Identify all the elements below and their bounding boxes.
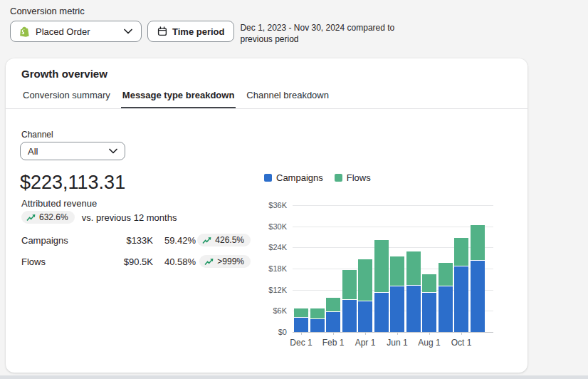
conversion-metric-dropdown[interactable]: Placed Order: [10, 21, 142, 42]
chevron-down-icon: [124, 28, 132, 34]
comparison-text: vs. previous 12 months: [82, 212, 177, 223]
bar-flows-Nov 1: [471, 225, 485, 260]
breakdown-row-campaigns: Campaigns $133K 59.42% 426.5%: [21, 232, 251, 248]
row-label: Flows: [21, 256, 46, 267]
y-axis-label: $30K: [268, 222, 287, 231]
calendar-icon: [157, 26, 167, 36]
row-change-badge: 426.5%: [197, 234, 251, 246]
bar-campaigns-May 1: [374, 293, 389, 332]
x-axis-label: Dec 1: [283, 338, 319, 348]
row-share: 40.58%: [158, 256, 196, 267]
conversion-metric-value: Placed Order: [36, 26, 90, 37]
chevron-down-icon: [109, 148, 117, 154]
x-axis-label: Jun 1: [379, 338, 415, 348]
chart-legend: Campaigns Flows: [264, 172, 510, 183]
bar-flows-Aug 1: [422, 274, 436, 292]
total-attributed-revenue: $223,113.31: [20, 171, 125, 194]
gridline: [293, 205, 493, 206]
bar-flows-Jan 1: [310, 308, 325, 318]
row-value: $133K: [93, 235, 153, 246]
bar-flows-Sep 1: [439, 263, 453, 286]
bar-campaigns-Mar 1: [342, 300, 357, 332]
time-period-label: Time period: [172, 26, 224, 37]
card-title: Growth overview: [21, 68, 107, 80]
growth-overview-card: Growth overview Conversion summary Messa…: [6, 58, 527, 373]
channel-filter-label: Channel: [21, 130, 53, 140]
bar-campaigns-Apr 1: [358, 301, 372, 332]
y-axis-label: $24K: [268, 243, 287, 251]
row-label: Campaigns: [21, 235, 68, 246]
channel-filter-dropdown[interactable]: All: [20, 142, 125, 160]
x-axis-label: Feb 1: [315, 338, 351, 348]
x-tick-mark: [333, 332, 334, 335]
chart-plot: Dec 1Feb 1Apr 1Jun 1Aug 1Oct 1: [293, 205, 503, 332]
x-axis-label: Oct 1: [443, 338, 479, 348]
date-range-text: Dec 1, 2023 - Nov 30, 2024 compared to p…: [240, 21, 394, 45]
bar-flows-Apr 1: [358, 259, 372, 301]
bar-campaigns-Jul 1: [406, 286, 421, 332]
bar-campaigns-Aug 1: [422, 293, 436, 332]
bar-flows-May 1: [374, 240, 389, 292]
tab-channel-breakdown[interactable]: Channel breakdown: [245, 90, 330, 109]
x-axis-label: Apr 1: [347, 338, 383, 348]
bar-flows-Mar 1: [342, 270, 357, 299]
trending-up-icon: [26, 214, 36, 222]
legend-item-flows[interactable]: Flows: [335, 172, 371, 183]
breakdown-row-flows: Flows $90.5K 40.58% >999%: [21, 254, 251, 269]
y-axis-label: $12K: [268, 286, 287, 294]
bar-campaigns-Feb 1: [326, 312, 340, 332]
page-bottom-edge: [0, 375, 588, 379]
toolbar: Conversion metric Placed Order: [0, 0, 588, 45]
revenue-chart: Campaigns Flows $36K$30K$24K$18K$12K$6K$…: [264, 172, 510, 332]
trending-up-icon: [202, 237, 211, 244]
tab-divider: [6, 108, 527, 109]
row-change-badge: >999%: [199, 255, 251, 268]
bar-flows-Oct 1: [454, 238, 468, 266]
gridline: [293, 227, 493, 227]
tab-bar: Conversion summary Message type breakdow…: [21, 90, 330, 109]
bar-flows-Dec 1: [294, 308, 308, 317]
row-value: $90.5K: [93, 256, 153, 267]
y-axis-label: $6K: [273, 306, 287, 315]
bar-campaigns-Jan 1: [310, 319, 325, 332]
bar-campaigns-Oct 1: [454, 266, 468, 332]
legend-item-campaigns[interactable]: Campaigns: [264, 172, 323, 183]
bar-flows-Jun 1: [390, 256, 404, 286]
x-axis-label: Aug 1: [411, 338, 447, 348]
chart-y-axis: $36K$30K$24K$18K$12K$6K$0: [264, 205, 293, 332]
channel-filter-value: All: [28, 146, 38, 157]
x-tick-mark: [397, 332, 398, 335]
campaigns-swatch: [264, 174, 272, 182]
change-badge: 632.6%: [21, 211, 75, 224]
tab-conversion-summary[interactable]: Conversion summary: [21, 90, 112, 109]
y-axis-label: $0: [278, 328, 287, 336]
row-share: 59.42%: [158, 235, 196, 246]
flows-swatch: [335, 174, 342, 182]
bar-campaigns-Nov 1: [471, 261, 485, 332]
time-period-button[interactable]: Time period: [147, 21, 234, 42]
x-tick-mark: [429, 332, 430, 335]
bar-campaigns-Jun 1: [390, 286, 404, 332]
y-axis-label: $36K: [268, 201, 287, 209]
conversion-metric-label: Conversion metric: [10, 6, 588, 16]
gridline: [293, 332, 493, 333]
x-tick-mark: [365, 332, 366, 335]
shopify-icon: [19, 26, 30, 37]
tab-message-type-breakdown[interactable]: Message type breakdown: [121, 90, 236, 109]
bar-campaigns-Dec 1: [294, 318, 308, 332]
summary-change-row: 632.6% vs. previous 12 months: [21, 211, 177, 224]
attributed-revenue-label: Attributed revenue: [21, 198, 97, 209]
x-tick-mark: [461, 332, 462, 335]
trending-up-icon: [204, 258, 214, 266]
bar-flows-Jul 1: [406, 251, 421, 285]
bar-campaigns-Sep 1: [439, 286, 453, 332]
y-axis-label: $18K: [268, 264, 287, 273]
bar-flows-Feb 1: [326, 298, 340, 311]
x-tick-mark: [301, 332, 302, 335]
